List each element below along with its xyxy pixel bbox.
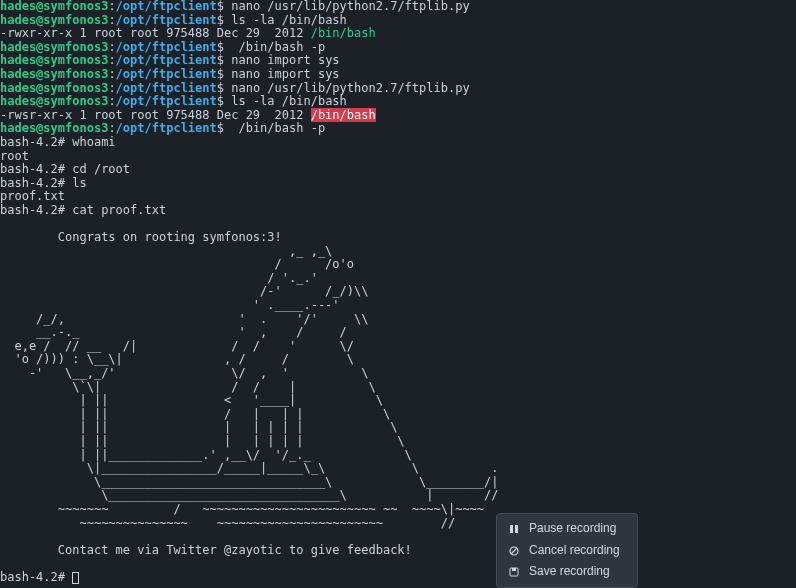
output-line: 'o /))) : \__\| , / / \ — [0, 353, 796, 367]
cwd-path: /opt/ftpclient — [116, 121, 217, 135]
highlighted-path: /bin/bash — [311, 108, 376, 122]
output-line: ~~~~~~~~~~~~~~~ ~~~~~~~~~~~~~~~~~~~~~~~ … — [0, 517, 796, 531]
output-line: proof.txt — [0, 190, 796, 204]
output-line: root — [0, 150, 796, 164]
cwd-path: /opt/ftpclient — [116, 67, 217, 81]
shell-line: hades@symfonos3:/opt/ftpclient$ nano imp… — [0, 54, 796, 68]
user-host: hades@symfonos3 — [0, 13, 108, 27]
highlighted-path: /bin/bash — [311, 26, 376, 40]
svg-rect-0 — [510, 525, 513, 533]
cwd-path: /opt/ftpclient — [116, 40, 217, 54]
user-host: hades@symfonos3 — [0, 53, 108, 67]
output-line: Congrats on rooting symfonos:3! — [0, 231, 796, 245]
output-line: | || | | | | | \ — [0, 421, 796, 435]
save-label: Save recording — [529, 565, 610, 579]
cwd-path: /opt/ftpclient — [116, 94, 217, 108]
svg-rect-5 — [512, 568, 516, 571]
user-host: hades@symfonos3 — [0, 94, 108, 108]
svg-line-3 — [511, 548, 517, 554]
output-line: -' \__,_/' \/ , ' \ — [0, 367, 796, 381]
save-icon — [507, 567, 521, 577]
output-line: bash-4.2# cat proof.txt — [0, 204, 796, 218]
cwd-path: /opt/ftpclient — [116, 81, 217, 95]
output-line: \`\| / / | \ — [0, 381, 796, 395]
shell-line: hades@symfonos3:/opt/ftpclient$ ls -la /… — [0, 95, 796, 109]
output-line: e,e / // __ /| / / ' \/ — [0, 340, 796, 354]
cwd-path: /opt/ftpclient — [116, 0, 217, 13]
svg-rect-1 — [515, 525, 518, 533]
output-line: \|________________/_____|_____\_\ \ . — [0, 462, 796, 476]
output-line: bash-4.2# cd /root — [0, 163, 796, 177]
output-line: \_______________________________\ \_____… — [0, 476, 796, 490]
output-line: \________________________________\ | // — [0, 489, 796, 503]
cancel-icon — [507, 546, 521, 556]
ls-output: -rwsr-xr-x 1 root root 975488 Dec 29 201… — [0, 109, 796, 123]
shell-line: hades@symfonos3:/opt/ftpclient$ /bin/bas… — [0, 41, 796, 55]
output-line: ,_ ,_\ — [0, 245, 796, 259]
terminal-output[interactable]: hades@symfonos3:/opt/ftpclient$ nano /us… — [0, 0, 796, 585]
output-line: ~~~~~~~ / ~~~~~~~~~~~~~~~~~~~~~~~~ ~~ ~~… — [0, 503, 796, 517]
ls-output: -rwxr-xr-x 1 root root 975488 Dec 29 201… — [0, 27, 796, 41]
output-line: | || / | | | \ — [0, 408, 796, 422]
output-line: / /o'o — [0, 258, 796, 272]
user-host: hades@symfonos3 — [0, 0, 108, 13]
output-line — [0, 218, 796, 232]
cancel-recording-button[interactable]: Cancel recording — [497, 540, 637, 562]
user-host: hades@symfonos3 — [0, 67, 108, 81]
pause-recording-button[interactable]: Pause recording — [497, 518, 637, 540]
save-recording-button[interactable]: Save recording — [497, 561, 637, 583]
output-line: __.-._ ' , / / — [0, 326, 796, 340]
output-line: ' .____.---' — [0, 299, 796, 313]
cwd-path: /opt/ftpclient — [116, 13, 217, 27]
command-text: /bin/bash -p — [224, 40, 325, 54]
shell-line: hades@symfonos3:/opt/ftpclient$ ls -la /… — [0, 14, 796, 28]
output-line — [0, 557, 796, 571]
command-text: /bin/bash -p — [224, 121, 325, 135]
output-line: / '._.' — [0, 272, 796, 286]
cursor — [72, 572, 79, 584]
output-line — [0, 530, 796, 544]
active-prompt[interactable]: bash-4.2# — [0, 571, 796, 585]
output-line: | || < '____| \ — [0, 394, 796, 408]
pause-label: Pause recording — [529, 522, 616, 536]
command-text: ls -la /bin/bash — [224, 94, 347, 108]
command-text: nano /usr/lib/python2.7/ftplib.py — [224, 0, 470, 13]
output-line: bash-4.2# ls — [0, 177, 796, 191]
user-host: hades@symfonos3 — [0, 81, 108, 95]
command-text: ls -la /bin/bash — [224, 13, 347, 27]
output-line: /-' /_/)\\ — [0, 285, 796, 299]
pause-icon — [507, 524, 521, 534]
cwd-path: /opt/ftpclient — [116, 53, 217, 67]
recording-popup: Pause recording Cancel recording Save re… — [496, 513, 638, 588]
user-host: hades@symfonos3 — [0, 121, 108, 135]
output-line: | || | | | | | \ — [0, 435, 796, 449]
output-line: bash-4.2# whoami — [0, 136, 796, 150]
shell-line: hades@symfonos3:/opt/ftpclient$ nano /us… — [0, 82, 796, 96]
output-line: /_/, ' . '/' \\ — [0, 313, 796, 327]
output-line: Contact me via Twitter @zayotic to give … — [0, 544, 796, 558]
command-text: nano import sys — [224, 53, 340, 67]
command-text: nano import sys — [224, 67, 340, 81]
cancel-label: Cancel recording — [529, 544, 620, 558]
shell-line: hades@symfonos3:/opt/ftpclient$ /bin/bas… — [0, 122, 796, 136]
output-line: | ||_____________.' ,__\/ '/_._ \ — [0, 449, 796, 463]
command-text: nano /usr/lib/python2.7/ftplib.py — [224, 81, 470, 95]
shell-line: hades@symfonos3:/opt/ftpclient$ nano /us… — [0, 0, 796, 14]
shell-line: hades@symfonos3:/opt/ftpclient$ nano imp… — [0, 68, 796, 82]
user-host: hades@symfonos3 — [0, 40, 108, 54]
